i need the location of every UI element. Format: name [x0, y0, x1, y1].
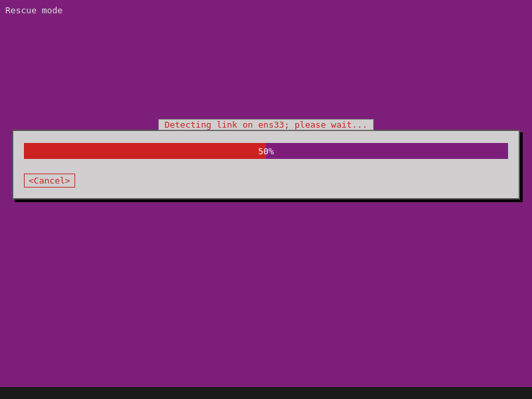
taskbar	[0, 387, 532, 399]
rescue-mode-label: Rescue mode	[5, 5, 63, 15]
dialog-title: Detecting link on ens33; please wait...	[158, 119, 373, 130]
progress-dialog: Detecting link on ens33; please wait... …	[12, 130, 520, 200]
dialog-body: 50% <Cancel>	[13, 131, 519, 198]
progress-label: 50%	[258, 146, 273, 156]
cancel-button[interactable]: <Cancel>	[24, 174, 75, 188]
progress-bar-fill	[24, 143, 266, 159]
progress-bar-container: 50%	[24, 143, 508, 159]
